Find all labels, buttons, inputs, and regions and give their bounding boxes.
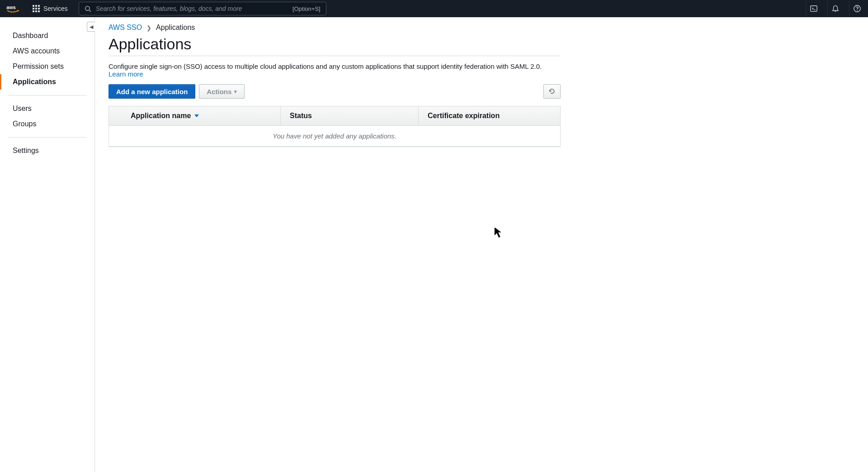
refresh-icon (548, 88, 556, 95)
grid-icon (33, 5, 40, 12)
svg-point-6 (857, 10, 858, 11)
global-nav: aws Services [Option+S] (0, 0, 868, 17)
svg-point-1 (85, 6, 90, 10)
svg-text:aws: aws (6, 5, 15, 10)
svg-line-2 (89, 10, 91, 12)
column-header-name[interactable]: Application name (109, 106, 281, 125)
nav-item-groups[interactable]: Groups (0, 116, 94, 132)
nav-item-dashboard[interactable]: Dashboard (0, 28, 94, 43)
nav-item-users[interactable]: Users (0, 101, 94, 116)
services-menu-button[interactable]: Services (28, 2, 72, 15)
search-icon (85, 5, 91, 12)
table-header-row: Application name Status Certificate expi… (109, 106, 560, 126)
cloudshell-button[interactable] (806, 1, 821, 16)
chevron-down-icon: ▾ (234, 89, 237, 95)
action-bar: Add a new application Actions ▾ (108, 84, 561, 99)
applications-table: Application name Status Certificate expi… (108, 106, 561, 147)
sidebar-collapse-button[interactable]: ◀ (87, 22, 95, 32)
chevron-right-icon: ❯ (146, 24, 151, 31)
side-nav: ◀ Dashboard AWS accounts Permission sets… (0, 17, 95, 472)
notifications-button[interactable] (827, 1, 843, 16)
page-description: Configure single sign-on (SSO) access to… (108, 62, 561, 78)
divider (108, 56, 561, 56)
table-empty-message: You have not yet added any applications. (109, 126, 560, 147)
actions-dropdown-button[interactable]: Actions ▾ (199, 84, 245, 99)
column-header-expiration-label: Certificate expiration (428, 112, 500, 120)
breadcrumb-root[interactable]: AWS SSO (108, 24, 142, 32)
page-title: Applications (108, 35, 561, 53)
chevron-left-icon: ◀ (90, 24, 93, 30)
main-content: AWS SSO ❯ Applications Applications Conf… (95, 17, 574, 472)
aws-logo[interactable]: aws (6, 5, 22, 14)
refresh-button[interactable] (543, 84, 561, 99)
actions-label: Actions (207, 88, 231, 95)
nav-divider (8, 137, 86, 138)
help-icon (853, 5, 861, 13)
breadcrumb: AWS SSO ❯ Applications (108, 24, 561, 32)
nav-item-aws-accounts[interactable]: AWS accounts (0, 43, 94, 59)
bell-icon (831, 5, 840, 13)
column-header-status[interactable]: Status (281, 106, 419, 125)
add-application-button[interactable]: Add a new application (108, 84, 195, 99)
column-header-name-label: Application name (131, 112, 191, 120)
help-button[interactable] (849, 1, 864, 16)
learn-more-link[interactable]: Learn more (108, 70, 143, 78)
sort-descending-icon (194, 114, 199, 117)
column-header-status-label: Status (290, 112, 312, 120)
search-input[interactable] (96, 5, 288, 12)
page-description-text: Configure single sign-on (SSO) access to… (108, 62, 542, 70)
services-label: Services (43, 5, 68, 12)
global-search[interactable]: [Option+S] (79, 2, 326, 15)
search-shortcut-hint: [Option+S] (292, 5, 321, 12)
breadcrumb-current: Applications (156, 24, 195, 32)
nav-divider (8, 95, 86, 95)
nav-item-permission-sets[interactable]: Permission sets (0, 59, 94, 74)
column-header-expiration[interactable]: Certificate expiration (419, 106, 560, 125)
terminal-icon (810, 5, 818, 13)
nav-item-applications[interactable]: Applications (0, 74, 94, 90)
nav-item-settings[interactable]: Settings (0, 143, 94, 158)
